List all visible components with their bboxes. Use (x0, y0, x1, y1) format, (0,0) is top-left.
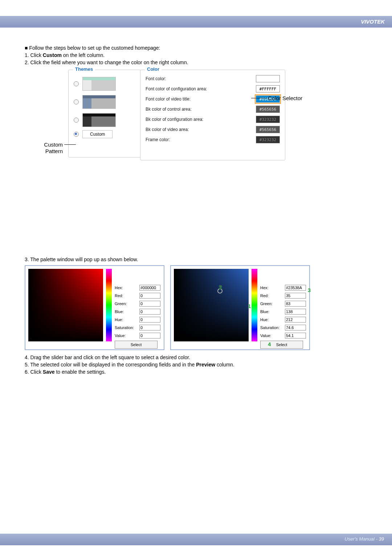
themes-box: Themes (68, 70, 141, 157)
color-rows: Font color:Font color of configuration a… (146, 74, 280, 145)
hue-label: Hue: (115, 317, 137, 322)
color-row: Font color: (146, 74, 280, 84)
page-number: 39 (379, 536, 384, 542)
palette-gradient[interactable] (28, 269, 103, 341)
color-row-label: Font color of video title: (146, 97, 191, 102)
palette-fields: Hex: Red: Green: Blue: Hue: Saturation: … (112, 266, 164, 349)
color-cursor-icon[interactable] (217, 288, 222, 294)
s6b: to enable the settings. (55, 369, 106, 375)
palette-1: Hex: Red: Green: Blue: Hue: Saturation: … (25, 265, 164, 350)
color-row-label: Font color: (146, 76, 166, 81)
palette-fields: Hex: Red: Green: Blue: Hue: Saturation: … (257, 266, 309, 349)
color-row: Bk color of control area:#565656 (146, 104, 280, 114)
radio-icon[interactable] (74, 132, 79, 137)
color-swatch[interactable]: #565656 (256, 106, 280, 113)
hex-input[interactable] (139, 285, 160, 291)
marker-1: 1 (248, 303, 251, 309)
val-label: Value: (115, 333, 137, 338)
sat-label: Saturation: (260, 325, 283, 330)
val-input[interactable] (139, 333, 160, 338)
color-swatch[interactable]: #323232 (256, 116, 280, 123)
select-button[interactable]: 4 Select (260, 341, 303, 349)
step-3-text: 3. The palette window will pop up as sho… (25, 257, 368, 262)
green-input[interactable] (139, 301, 160, 307)
intro-1-bold: Custom (43, 52, 62, 58)
hex-input[interactable] (285, 285, 306, 291)
color-swatch[interactable]: #565656 (256, 126, 280, 133)
blue-input[interactable] (139, 309, 160, 315)
radio-icon[interactable] (74, 99, 79, 104)
color-row-label: Bk color of configuration area: (146, 117, 203, 122)
red-input[interactable] (285, 293, 306, 299)
color-swatch[interactable]: #FFFFFF (256, 85, 280, 93)
theme-option-1[interactable] (74, 76, 135, 92)
theme-thumb-1 (82, 77, 116, 91)
annot-c1: Custom (44, 141, 63, 148)
annot-custom-pattern: Custom Pattern (26, 141, 63, 155)
marker-4: 4 (268, 341, 271, 347)
footer-band: User's Manual - 39 (0, 534, 392, 545)
step-6: 6. Click Save to enable the settings. (25, 368, 368, 376)
red-input[interactable] (139, 293, 160, 299)
s5a: 5. The selected color will be displayed … (25, 362, 196, 368)
theme-thumb-2 (82, 95, 116, 109)
step-5: 5. The selected color will be displayed … (25, 361, 368, 368)
sat-input[interactable] (139, 325, 160, 331)
sat-label: Saturation: (115, 325, 137, 330)
red-label: Red: (115, 294, 137, 298)
color-row-label: Bk color of video area: (146, 127, 189, 132)
color-swatch[interactable] (256, 75, 280, 82)
hex-label: Hex: (260, 286, 283, 290)
hue-input[interactable] (285, 317, 306, 323)
hue-input[interactable] (139, 317, 160, 323)
palette-gradient[interactable]: 2 (174, 269, 249, 341)
footer-text: User's Manual - 39 (344, 536, 384, 542)
select-button[interactable]: Select (115, 341, 158, 349)
hex-label: Hex: (115, 286, 137, 290)
theme-option-3[interactable] (74, 112, 135, 128)
green-label: Green: (115, 301, 137, 306)
palette-2: 2 1 Hex: Red: Green: Blue: Hue: Saturati… (170, 265, 310, 350)
color-box: Color Font color:Font color of configura… (140, 70, 285, 160)
blue-input[interactable] (285, 309, 306, 315)
theme-option-custom[interactable]: Custom (74, 130, 135, 138)
hue-slider[interactable] (106, 269, 112, 341)
intro-block: ■ Follow the steps below to set up the c… (25, 44, 368, 66)
step-4: 4. Drag the slider bar and click on the … (25, 354, 368, 361)
content: ■ Follow the steps below to set up the c… (25, 44, 368, 376)
hue-label: Hue: (260, 317, 283, 322)
color-cursor-icon[interactable] (27, 338, 32, 343)
select-label: Select (131, 342, 142, 347)
val-input[interactable] (285, 333, 306, 338)
intro-line-1: 1. Click Custom on the left column. (25, 52, 368, 59)
blue-label: Blue: (115, 309, 137, 314)
color-swatch[interactable]: #323232 (256, 136, 280, 143)
s5b: column. (215, 362, 234, 368)
intro-1b: on the left column. (62, 52, 105, 58)
color-row: Font color of configuration area:#FFFFFF (146, 84, 280, 94)
s6a: 6. Click (25, 369, 43, 375)
brand-label: VIVOTEK (361, 19, 385, 25)
color-row: Frame color:#323232 (146, 135, 280, 145)
green-input[interactable] (285, 301, 306, 307)
val-label: Value: (260, 333, 283, 338)
color-row-label: Font color of configuration area: (146, 86, 207, 91)
marker-3: 3 (308, 287, 311, 293)
color-row-label: Frame color: (146, 137, 170, 142)
sat-input[interactable] (285, 325, 306, 331)
intro-line-0: ■ Follow the steps below to set up the c… (25, 44, 368, 52)
radio-icon[interactable] (74, 81, 79, 86)
hue-slider[interactable]: 1 (252, 269, 257, 341)
blue-label: Blue: (260, 309, 283, 314)
settings-panel: Themes (25, 70, 368, 159)
red-label: Red: (260, 294, 283, 298)
color-row-label: Bk color of control area: (146, 107, 192, 112)
annot-c2: Pattern (45, 148, 63, 154)
themes-title: Themes (73, 66, 95, 72)
color-row: Bk color of configuration area:#323232 (146, 114, 280, 124)
steps-after: 4. Drag the slider bar and click on the … (25, 354, 368, 376)
radio-icon[interactable] (74, 118, 79, 123)
theme-thumb-3 (82, 113, 116, 127)
select-label: Select (276, 342, 287, 347)
theme-option-2[interactable] (74, 94, 135, 110)
